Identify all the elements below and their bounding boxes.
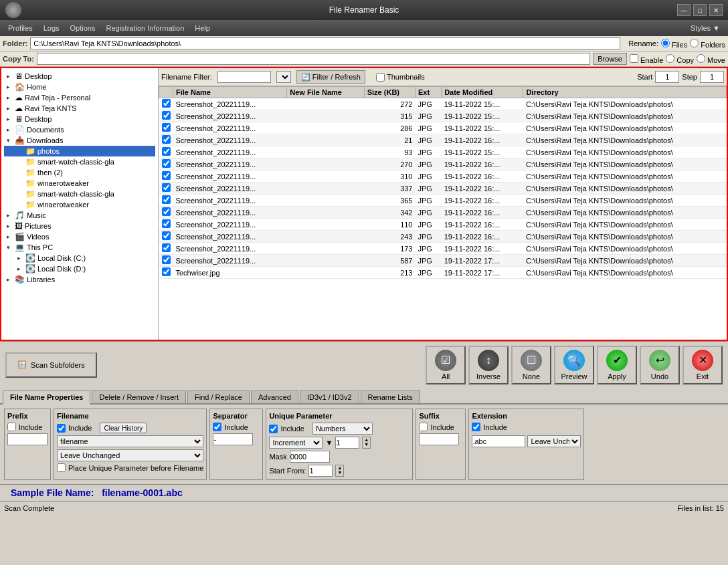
preview-button[interactable]: 🔍Preview [554,346,594,384]
tab-file-name-properties[interactable]: File Name Properties [3,390,90,405]
row-checkbox[interactable] [162,255,171,264]
tree-item[interactable]: 📁smart-watch-classic-gla [4,156,155,167]
row-checkbox[interactable] [162,99,171,108]
row-checkbox-cell[interactable] [159,183,173,195]
separator-input[interactable] [213,433,253,445]
thumbnails-checkbox[interactable]: Thumbnails [376,73,425,82]
rename-files-radio[interactable]: Files [661,39,687,49]
apply-button[interactable]: ✔Apply [597,346,637,384]
tree-item[interactable]: ▸🎵Music [4,210,155,221]
unique-start-input[interactable] [335,437,359,449]
place-unique-checkbox[interactable] [57,463,66,472]
rename-folders-radio[interactable]: Folders [690,39,725,49]
row-checkbox-cell[interactable] [159,134,173,146]
filename-select[interactable]: filename [57,435,203,447]
table-row[interactable]: Screenshot_20221119... 272 JPG 19-11-202… [159,98,727,110]
table-row[interactable]: Screenshot_20221119... 243 JPG 19-11-202… [159,231,727,243]
undo-button[interactable]: ↩Undo [640,346,680,384]
menu-help[interactable]: Help [189,23,215,33]
enable-checkbox[interactable]: Enable [630,54,663,64]
row-checkbox-cell[interactable] [159,231,173,243]
row-checkbox-cell[interactable] [159,171,173,183]
filter-refresh-button[interactable]: 🔄 Filter / Refresh [296,70,365,84]
extension-mode-select[interactable]: Leave Unchanged [527,435,581,447]
table-row[interactable]: Screenshot_20221119... 286 JPG 19-11-202… [159,122,727,134]
tree-item[interactable]: 📁winaerotweaker [4,178,155,189]
row-checkbox-cell[interactable] [159,158,173,171]
row-checkbox-cell[interactable] [159,195,173,207]
close-button[interactable]: ✕ [709,4,723,16]
row-checkbox[interactable] [162,267,171,276]
table-row[interactable]: Screenshot_20221119... 342 JPG 19-11-202… [159,207,727,219]
menu-options[interactable]: Options [65,23,101,33]
row-checkbox-cell[interactable] [159,98,173,110]
prefix-input[interactable] [7,433,48,445]
tab-rename-lists[interactable]: Rename Lists [361,390,420,403]
menu-logs[interactable]: Logs [38,23,65,33]
copy-radio[interactable]: Copy [666,54,694,64]
table-row[interactable]: Screenshot_20221119... 110 JPG 19-11-202… [159,219,727,231]
row-checkbox[interactable] [162,207,171,216]
mask-input[interactable] [290,451,330,463]
tree-item[interactable]: ▸📄Documents [4,124,155,135]
row-checkbox[interactable] [162,219,171,228]
file-tree[interactable]: ▸🖥Desktop▸🏠Home▸☁Ravi Teja - Personal▸☁R… [1,68,159,340]
separator-include-checkbox[interactable] [213,423,221,431]
suffix-include-checkbox[interactable] [419,423,428,431]
row-checkbox[interactable] [162,123,171,132]
tree-item[interactable]: ▸🏠Home [4,82,155,92]
table-row[interactable]: Screenshot_20221119... 310 JPG 19-11-202… [159,171,727,183]
tab-delete---remove---insert[interactable]: Delete / Remove / Insert [92,390,186,403]
table-row[interactable]: Screenshot_20221119... 270 JPG 19-11-202… [159,158,727,171]
tree-item[interactable]: ▸🖥Desktop [4,114,155,124]
folder-path-input[interactable] [30,37,620,49]
tree-item[interactable]: ▸☁Ravi Teja - Personal [4,92,155,103]
table-row[interactable]: Screenshot_20221119... 173 JPG 19-11-202… [159,243,727,255]
tree-item[interactable]: 📁then (2) [4,167,155,178]
row-checkbox[interactable] [162,243,171,252]
maximize-button[interactable]: □ [693,4,707,16]
row-checkbox-cell[interactable] [159,207,173,219]
row-checkbox[interactable] [162,135,171,144]
menu-profiles[interactable]: Profiles [3,23,38,33]
row-checkbox[interactable] [162,159,171,168]
start-from-input[interactable] [308,465,333,477]
styles-menu[interactable]: Styles ▼ [685,23,725,33]
row-checkbox-cell[interactable] [159,110,173,122]
minimize-button[interactable]: — [677,4,691,16]
tab-find---replace[interactable]: Find / Replace [187,390,250,403]
tree-item[interactable]: ▾💻This PC [4,242,155,253]
table-row[interactable]: Screenshot_20221119... 337 JPG 19-11-202… [159,183,727,195]
tab-advanced[interactable]: Advanced [251,390,298,403]
row-checkbox-cell[interactable] [159,243,173,255]
filter-select[interactable] [276,71,291,83]
filename-mode-select[interactable]: Leave Unchanged [57,449,203,461]
row-checkbox[interactable] [162,183,171,192]
step-input[interactable] [700,71,724,83]
move-radio[interactable]: Move [697,54,725,64]
row-checkbox[interactable] [162,111,171,120]
tree-item[interactable]: ▸🖥Desktop [4,71,155,82]
tree-item[interactable]: ▸🎬Videos [4,231,155,242]
table-row[interactable]: Screenshot_20221119... 21 JPG 19-11-2022… [159,134,727,146]
file-table-container[interactable]: File NameNew File NameSize (KB)ExtDate M… [159,86,727,340]
row-checkbox-cell[interactable] [159,255,173,267]
extension-input[interactable] [472,435,525,447]
extension-include-checkbox[interactable] [472,423,480,431]
scan-subfolders-button[interactable]: 🪟 Scan Subfolders [5,352,97,378]
row-checkbox-cell[interactable] [159,219,173,231]
row-checkbox-cell[interactable] [159,267,173,279]
all-button[interactable]: ☑All [426,346,466,384]
clear-history-button[interactable]: Clear History [100,423,147,433]
table-row[interactable]: Screenshot_20221119... 365 JPG 19-11-202… [159,195,727,207]
copyto-input[interactable] [37,53,590,65]
table-row[interactable]: Techwiser.jpg 213 JPG 19-11-2022 17:... … [159,267,727,279]
tree-item[interactable]: 📁smart-watch-classic-gla [4,189,155,199]
browse-button[interactable]: Browse [593,53,627,65]
table-row[interactable]: Screenshot_20221119... 93 JPG 19-11-2022… [159,146,727,158]
table-row[interactable]: Screenshot_20221119... 315 JPG 19-11-202… [159,110,727,122]
filename-include-checkbox[interactable] [57,424,66,433]
tab-id3v1---id3v2[interactable]: ID3v1 / ID3v2 [300,390,359,403]
tree-item[interactable]: ▸💽Local Disk (C:) [4,253,155,263]
start-input[interactable] [655,71,679,83]
